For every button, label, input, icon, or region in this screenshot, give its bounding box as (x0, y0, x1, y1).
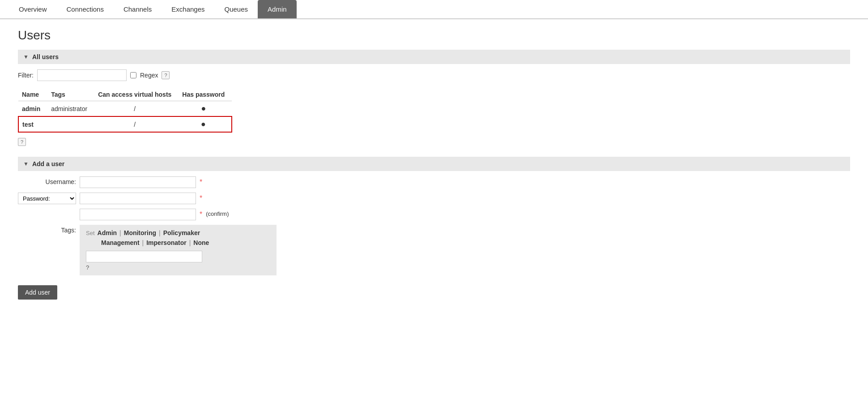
tags-label: Tags: (18, 225, 76, 234)
tag-admin[interactable]: Admin (98, 229, 117, 236)
add-user-button[interactable]: Add user (18, 285, 57, 300)
add-user-section-header[interactable]: ▼ Add a user (18, 157, 850, 171)
password-required-star: * (200, 193, 202, 202)
all-users-section-title: All users (32, 53, 59, 60)
sep-4: | (189, 239, 191, 246)
add-user-collapse-arrow-icon: ▼ (23, 161, 29, 167)
username-input[interactable] (80, 176, 196, 188)
user-name[interactable]: admin (18, 101, 47, 117)
table-row[interactable]: test / ● (18, 116, 232, 132)
nav-admin[interactable]: Admin (258, 0, 297, 18)
table-help-icon[interactable]: ? (18, 138, 26, 146)
confirm-label: (confirm) (206, 209, 229, 217)
set-label: Set (86, 230, 95, 236)
user-tags (47, 116, 94, 132)
password-row-1: Password: No password * (18, 193, 850, 204)
password-select-wrap: Password: No password (18, 193, 76, 204)
nav-overview[interactable]: Overview (9, 0, 57, 18)
col-virtual-hosts: Can access virtual hosts (94, 88, 179, 101)
tags-input[interactable] (86, 251, 202, 262)
tags-help-icon[interactable]: ? (86, 264, 270, 271)
confirm-required-star: * (200, 209, 202, 219)
collapse-arrow-icon: ▼ (23, 54, 29, 60)
page-content: Users ▼ All users Filter: Regex ? Name T… (0, 19, 868, 309)
col-tags: Tags (47, 88, 94, 101)
username-row: Username: * (18, 176, 850, 188)
filter-label: Filter: (18, 72, 34, 79)
sep-1: | (119, 229, 121, 236)
password-confirm-row: * (confirm) (18, 209, 850, 220)
password-confirm-spacer (18, 209, 76, 210)
user-has-password: ● (179, 101, 232, 117)
filter-help-icon[interactable]: ? (162, 71, 170, 79)
nav-bar: Overview Connections Channels Exchanges … (0, 0, 868, 19)
username-label: Username: (18, 176, 76, 185)
filter-input[interactable] (37, 69, 127, 81)
add-user-section-title: Add a user (32, 160, 64, 167)
user-virtual-hosts: / (94, 116, 179, 132)
nav-queues[interactable]: Queues (215, 0, 258, 18)
tags-set-row-2: Management | Impersonator | None (86, 239, 270, 246)
table-head: Name Tags Can access virtual hosts Has p… (18, 88, 232, 101)
password-confirm-input[interactable] (80, 209, 196, 220)
users-table: Name Tags Can access virtual hosts Has p… (18, 88, 232, 133)
tag-impersonator[interactable]: Impersonator (146, 239, 186, 246)
table-row[interactable]: admin administrator / ● (18, 101, 232, 117)
tag-monitoring[interactable]: Monitoring (124, 229, 156, 236)
tags-box: Set Admin | Monitoring | Policymaker Man… (80, 225, 277, 275)
all-users-section-header[interactable]: ▼ All users (18, 50, 850, 64)
sep-3: | (142, 239, 144, 246)
tag-management[interactable]: Management (101, 239, 140, 246)
nav-channels[interactable]: Channels (114, 0, 162, 18)
col-name: Name (18, 88, 47, 101)
table-body: admin administrator / ● test / ● (18, 101, 232, 133)
tags-set-row: Set Admin | Monitoring | Policymaker (86, 229, 270, 236)
sep-2: | (159, 229, 161, 236)
user-name[interactable]: test (18, 116, 47, 132)
nav-connections[interactable]: Connections (57, 0, 114, 18)
add-user-section: ▼ Add a user Username: * Password: No pa… (18, 157, 850, 300)
tag-none[interactable]: None (193, 239, 209, 246)
user-tags: administrator (47, 101, 94, 117)
tag-policymaker[interactable]: Policymaker (163, 229, 200, 236)
password-type-select[interactable]: Password: No password (18, 193, 76, 204)
nav-exchanges[interactable]: Exchanges (162, 0, 214, 18)
page-title: Users (18, 28, 850, 43)
regex-checkbox[interactable] (130, 72, 136, 78)
filter-row: Filter: Regex ? (18, 69, 850, 81)
user-has-password: ● (179, 116, 232, 132)
password-input[interactable] (80, 193, 196, 204)
user-virtual-hosts: / (94, 101, 179, 117)
col-has-password: Has password (179, 88, 232, 101)
regex-label: Regex (140, 72, 158, 79)
tags-row: Tags: Set Admin | Monitoring | Policymak… (18, 225, 850, 275)
username-required-star: * (200, 176, 202, 186)
